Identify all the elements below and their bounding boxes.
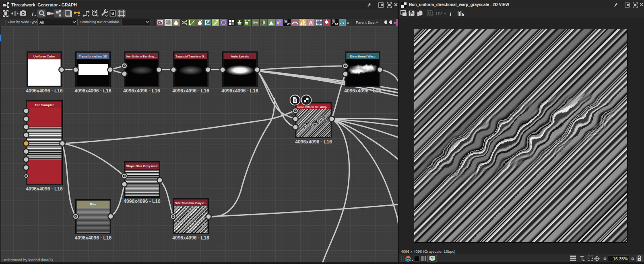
- svg-text:4096x4096 - L16: 4096x4096 - L16: [74, 88, 111, 94]
- svg-text:Referenced by loaded data(s): Referenced by loaded data(s): [2, 258, 53, 262]
- svg-text:Tile Sampler: Tile Sampler: [35, 103, 54, 107]
- svg-text:A: A: [309, 20, 313, 26]
- svg-text:Parent Size:: Parent Size:: [356, 20, 376, 25]
- svg-text:Auto Levels: Auto Levels: [231, 55, 249, 58]
- svg-text:Blur: Blur: [90, 203, 97, 206]
- svg-text:01: 01: [287, 23, 291, 26]
- svg-text:»: »: [394, 20, 396, 25]
- svg-text:4096x4096 - L16: 4096x4096 - L16: [123, 88, 160, 94]
- svg-text:4096x4096 - L16: 4096x4096 - L16: [26, 186, 63, 192]
- svg-text:Trapezoid Transform G...: Trapezoid Transform G...: [175, 55, 206, 58]
- svg-text:4096x4096 - L16: 4096x4096 - L16: [172, 235, 209, 241]
- svg-text:4096x4096 - L16: 4096x4096 - L16: [172, 88, 209, 94]
- svg-text:i: i: [450, 10, 452, 17]
- svg-text:4096x4096 - L16: 4096x4096 - L16: [221, 88, 258, 94]
- svg-text:Slope Blur Grayscale: Slope Blur Grayscale: [126, 164, 159, 168]
- svg-text:4096x4096 - L16: 4096x4096 - L16: [344, 88, 381, 94]
- svg-text:Uniform Color: Uniform Color: [33, 55, 55, 58]
- svg-text:Directional Warp: Directional Warp: [350, 55, 375, 58]
- svg-text:4096x4096 - L16: 4096x4096 - L16: [295, 139, 332, 145]
- svg-text:4096x4096 - L16: 4096x4096 - L16: [26, 88, 63, 94]
- svg-text:Non Uniform Blur Gray....: Non Uniform Blur Gray....: [126, 55, 157, 58]
- svg-text:16.35%: 16.35%: [613, 256, 628, 261]
- svg-text:01: 01: [335, 23, 339, 26]
- svg-text:4096x4096 - L16: 4096x4096 - L16: [124, 199, 161, 204]
- svg-text:Transformation 2D: Transformation 2D: [79, 55, 107, 58]
- svg-text:»: »: [376, 20, 378, 25]
- svg-text:Safe Transform Graysc...: Safe Transform Graysc...: [175, 201, 206, 205]
- svg-text:4096x4096 - L16: 4096x4096 - L16: [75, 235, 112, 241]
- svg-text:Non Uniform Dir. Warp ...: Non Uniform Dir. Warp ...: [297, 105, 330, 109]
- svg-text:»: »: [347, 20, 349, 25]
- svg-text:UV: UV: [436, 11, 442, 16]
